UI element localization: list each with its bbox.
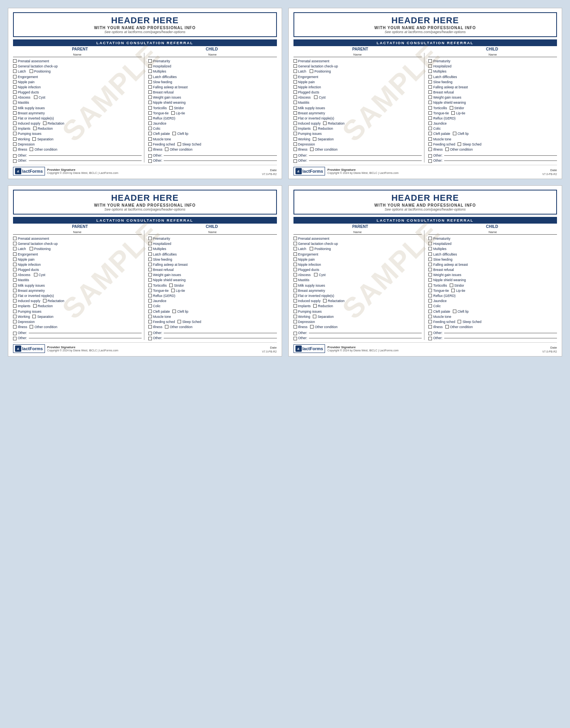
list-item: Slow feeding [428, 257, 557, 262]
list-item: Torticollis Stridor [148, 283, 277, 288]
list-item: Weight gain issues [148, 273, 277, 278]
list-item: Cleft palate Cleft lip [148, 309, 277, 314]
parent-label-3: PARENT [72, 224, 88, 229]
list-item: Depression [13, 319, 142, 325]
list-item: Implants Reduction [293, 304, 422, 309]
list-item: Induced supply Relactation [13, 121, 142, 126]
child-label-2: CHILD [486, 47, 498, 51]
list-item: Muscle tone [148, 314, 277, 319]
list-item: Breast asymmetry [13, 111, 142, 116]
list-item: Jaundice [148, 299, 277, 304]
list-item: Feeding sched Sleep Sched [148, 142, 277, 147]
list-item: Slow feeding [428, 80, 557, 85]
list-item: Reflux (GERD) [148, 116, 277, 121]
list-item: Reflux (GERD) [148, 293, 277, 299]
signature-area-4: & lactForms Provider Signature Copyright… [293, 342, 557, 353]
list-item: Cleft palate Cleft lip [428, 131, 557, 136]
list-item: Colic [148, 304, 277, 309]
other-line: Other: [148, 159, 277, 162]
list-item: Implants Reduction [13, 126, 142, 131]
list-item: Weight gain issues [148, 95, 277, 100]
list-item: Jaundice [148, 121, 277, 126]
list-item: Tongue-tie Lip-tie [148, 111, 277, 116]
columns-1: Name Prenatal assessment General lactati… [13, 53, 277, 162]
list-item: Torticollis Stridor [428, 283, 557, 288]
other-line: Other: [148, 331, 277, 335]
list-item: Weight gain issues [428, 95, 557, 100]
list-item: Latch difficulties [428, 75, 557, 80]
list-item: Latch difficulties [428, 252, 557, 257]
col-child-3: Name Prematurity Hospitalized Multiples … [148, 230, 277, 340]
columns-3: Name Prenatal assessment General lactati… [13, 230, 277, 340]
list-item: Muscle tone [148, 137, 277, 142]
list-item: Nipple pain [13, 257, 142, 262]
list-item: Abscess Cyst [13, 95, 142, 100]
section-headers-3: PARENT CHILD [13, 224, 277, 229]
list-item: Depression [293, 142, 422, 147]
list-item: Multiples [148, 69, 277, 74]
list-item: Prenatal assessment [13, 59, 142, 64]
sig-right-1: Date V7.0-PB-R2 [262, 168, 277, 175]
name-line-parent-3: Name [13, 230, 142, 235]
logo-text-1: lactForms [22, 169, 43, 174]
col-parent-3: Name Prenatal assessment General lactati… [13, 230, 144, 340]
list-item: Breast asymmetry [13, 288, 142, 293]
title-bar-2: LACTATION CONSULTATION REFERRAL [293, 39, 557, 46]
sig-left-3: & lactForms Provider Signature Copyright… [13, 344, 118, 353]
list-item: Prematurity [148, 59, 277, 64]
other-line: Other: [293, 153, 422, 157]
header-box-2: HEADER HERE WITH YOUR NAME AND PROFESSIO… [293, 12, 557, 37]
list-item: Weight gain issues [428, 273, 557, 278]
name-line-parent-1: Name [13, 53, 142, 57]
list-item: Prematurity [428, 236, 557, 241]
list-item: Working Separation [13, 137, 142, 142]
header-sub1-1: WITH YOUR NAME AND PROFESSIONAL INFO [15, 26, 275, 30]
lact-logo-2: & lactForms [293, 167, 325, 175]
list-item: Nipple shield weaning [428, 100, 557, 105]
list-item: Nipple shield weaning [148, 100, 277, 105]
child-label-4: CHILD [486, 224, 498, 229]
list-item: Engorgement [13, 75, 142, 80]
list-item: Nipple pain [13, 80, 142, 85]
list-item: General lactation check-up [293, 241, 422, 246]
list-item: Cleft palate Cleft lip [148, 131, 277, 136]
other-line: Other: [13, 153, 142, 157]
list-item: Falling asleep at breast [428, 85, 557, 90]
list-item: Prenatal assessment [13, 236, 142, 241]
list-item: Muscle tone [428, 137, 557, 142]
list-item: Plugged ducts [13, 90, 142, 95]
list-item: Illness Other condition [148, 147, 277, 152]
sig-right-3: Date V7.0-PB-R2 [262, 346, 277, 353]
list-item: Abscess Cyst [13, 273, 142, 278]
header-main-4: HEADER HERE [296, 193, 555, 203]
list-item: Illness Other condition [13, 325, 142, 330]
list-item: Engorgement [293, 75, 422, 80]
other-line: Other: [293, 159, 422, 162]
col-parent-4: Name Prenatal assessment General lactati… [293, 230, 425, 340]
list-item: Engorgement [13, 252, 142, 257]
list-item: Milk supply issues [13, 283, 142, 288]
header-sub2-2: See options at lactforms.com/pages/heade… [296, 30, 555, 34]
list-item: Induced supply Relactation [293, 299, 422, 304]
list-item: Flat or inverted nipple(s) [293, 116, 422, 121]
list-item: Induced supply Relactation [13, 299, 142, 304]
list-item: Flat or inverted nipple(s) [293, 293, 422, 299]
list-item: Prenatal assessment [293, 59, 422, 64]
list-item: Feeding sched Sleep Sched [428, 319, 557, 325]
date-label-3: Date [262, 346, 277, 349]
col-child-4: Name Prematurity Hospitalized Multiples … [428, 230, 557, 340]
lact-icon-1: & [15, 168, 21, 174]
list-item: Plugged ducts [13, 267, 142, 273]
list-item: Abscess Cyst [293, 95, 422, 100]
list-item: Milk supply issues [293, 283, 422, 288]
list-item: Latch Positioning [13, 69, 142, 74]
copyright-1: Copyright © 2024 by Diana West, IBCLC | … [47, 172, 118, 174]
name-line-parent-2: Name [293, 53, 422, 57]
list-item: Flat or inverted nipple(s) [13, 293, 142, 299]
list-item: Reflux (GERD) [428, 116, 557, 121]
col-child-2: Name Prematurity Hospitalized Multiples … [428, 53, 557, 162]
lact-logo-3: & lactForms [13, 344, 45, 353]
version-3: V7.0-PB-R2 [262, 350, 277, 353]
list-item: Engorgement [293, 252, 422, 257]
list-item: General lactation check-up [293, 64, 422, 69]
